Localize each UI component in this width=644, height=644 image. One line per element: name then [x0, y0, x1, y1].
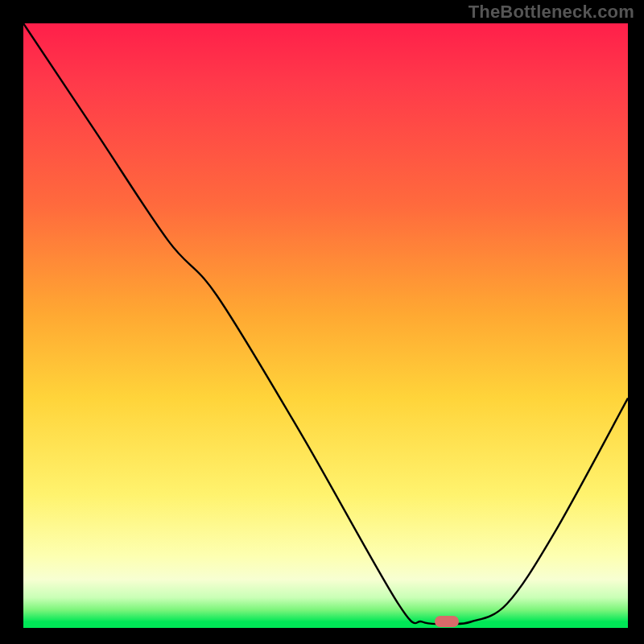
watermark-text: TheBottleneck.com — [469, 2, 634, 23]
curve-path — [23, 23, 628, 624]
chart-container: TheBottleneck.com — [0, 0, 644, 644]
optimal-marker — [435, 616, 459, 627]
bottleneck-curve — [23, 23, 628, 628]
